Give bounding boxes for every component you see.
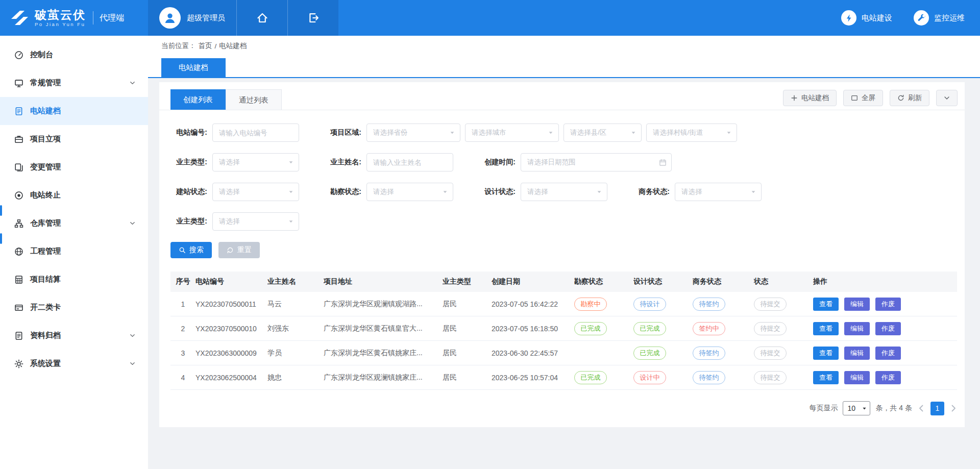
- chevron-down-icon: [129, 332, 136, 339]
- sidebar-item-general-management[interactable]: 常规管理: [0, 69, 148, 97]
- page-tab-station-filing[interactable]: 电站建档: [161, 58, 226, 77]
- city-select[interactable]: 请选择城市: [465, 124, 559, 142]
- status-badge: 勘察中: [574, 298, 607, 311]
- status-badge: 待签约: [693, 371, 725, 384]
- sidebar-item-console[interactable]: 控制台: [0, 41, 148, 69]
- sidebar-item-system-settings[interactable]: 系统设置: [0, 350, 148, 378]
- project-address: 广东深圳龙华区观澜镇姚家庄...: [324, 373, 443, 382]
- per-page-label: 每页显示: [809, 404, 838, 413]
- owner-type-label: 业主类型:: [170, 158, 212, 167]
- sidebar-item-station-termination[interactable]: 电站终止: [0, 181, 148, 209]
- view-button[interactable]: 查看: [813, 322, 839, 335]
- chevron-down-icon: [129, 80, 136, 86]
- create-date: 2023-07-05 16:18:50: [492, 325, 574, 333]
- status-badge: 待提交: [754, 371, 787, 384]
- file-icon: [14, 331, 23, 340]
- void-button[interactable]: 作废: [875, 347, 901, 360]
- monitor-icon: [14, 79, 23, 88]
- town-select[interactable]: 请选择村镇/街道: [646, 124, 737, 142]
- sidebar-item-project-settlement[interactable]: 项目结算: [0, 265, 148, 293]
- view-button[interactable]: 查看: [813, 298, 839, 311]
- submit-status: 待提交: [754, 347, 813, 360]
- owner-type-select[interactable]: 请选择: [212, 153, 299, 171]
- home-button[interactable]: [236, 0, 287, 36]
- create-date: 2023-06-25 10:57:04: [492, 374, 574, 382]
- breadcrumb-home-link[interactable]: 首页: [199, 41, 212, 51]
- submit-status: 待提交: [754, 371, 813, 384]
- region-label: 项目区域:: [325, 128, 366, 137]
- column-header: 业主姓名: [267, 277, 324, 286]
- sidebar-item-label: 控制台: [30, 50, 136, 60]
- survey-status-label: 勘察状态:: [325, 187, 366, 196]
- project-address: 广东深圳龙华区观澜镇观湖路...: [324, 300, 443, 309]
- station-code: YX2023063000009: [195, 349, 267, 357]
- logout-button[interactable]: [287, 0, 338, 36]
- tab-approved-list[interactable]: 通过列表: [226, 89, 282, 110]
- tab-create-list[interactable]: 创建列表: [170, 89, 226, 110]
- edit-button[interactable]: 编辑: [844, 371, 870, 384]
- caret-down-icon: [750, 189, 756, 195]
- topbar-action-monitor-ops[interactable]: 监控运维: [914, 10, 965, 26]
- panel-card: 创建列表 通过列表 电站建档 全屏 刷新 电站编号:: [159, 82, 965, 427]
- owner-type2-select[interactable]: 请选择: [212, 212, 299, 231]
- per-page-select[interactable]: 10: [843, 401, 870, 415]
- survey-status-select[interactable]: 请选择: [366, 183, 453, 201]
- business-status-label: 商务状态:: [633, 187, 675, 196]
- refresh-button[interactable]: 刷新: [890, 90, 929, 106]
- project-address: 广东深圳龙华区黄石镇皇官大...: [324, 324, 443, 333]
- search-button[interactable]: 搜索: [170, 242, 212, 258]
- add-station-button[interactable]: 电站建档: [783, 90, 837, 106]
- create-time-range-input[interactable]: 请选择日期范围: [521, 153, 672, 171]
- sidebar-item-label: 电站建档: [30, 106, 136, 116]
- view-button[interactable]: 查看: [813, 347, 839, 360]
- edit-button[interactable]: 编辑: [844, 322, 870, 335]
- owner-name-input[interactable]: [366, 153, 453, 171]
- lightning-icon: [841, 10, 856, 26]
- topbar: 破茧云伏 Po Jian Yun Fu 代理端 超级管理员 电站建设监控运维: [0, 0, 980, 36]
- sidebar-item-second-class-card[interactable]: 开二类卡: [0, 293, 148, 322]
- page-number-1[interactable]: 1: [930, 402, 944, 415]
- design-status: 待设计: [633, 298, 693, 311]
- design-status-select[interactable]: 请选择: [521, 183, 607, 201]
- sidebar-item-warehouse-management[interactable]: 仓库管理: [0, 209, 148, 237]
- sidebar-item-label: 电站终止: [30, 190, 136, 200]
- build-status-select[interactable]: 请选择: [212, 183, 299, 201]
- view-button[interactable]: 查看: [813, 371, 839, 384]
- sidebar-item-data-archive[interactable]: 资料归档: [0, 322, 148, 350]
- sidebar-item-project-initiation[interactable]: 项目立项: [0, 125, 148, 153]
- sidebar-item-engineering-management[interactable]: 工程管理: [0, 237, 148, 265]
- void-button[interactable]: 作废: [875, 371, 901, 384]
- prev-page-button[interactable]: [917, 404, 925, 412]
- status-badge: 待提交: [754, 322, 787, 335]
- calculator-icon: [14, 275, 23, 284]
- edit-button[interactable]: 编辑: [844, 298, 870, 311]
- station-code-label: 电站编号:: [170, 128, 212, 137]
- design-status: 设计中: [633, 371, 693, 384]
- business-status-select[interactable]: 请选择: [675, 183, 762, 201]
- create-date: 2023-07-05 16:42:22: [492, 300, 574, 308]
- main-area: 当前位置： 首页 / 电站建档 电站建档 创建列表 通过列表 电站建档 全屏: [148, 36, 980, 469]
- status-badge: 待签约: [693, 347, 725, 360]
- sidebar-item-change-management[interactable]: 变更管理: [0, 153, 148, 181]
- user-menu[interactable]: 超级管理员: [148, 0, 236, 36]
- row-index: 3: [170, 349, 195, 357]
- station-code-input[interactable]: [212, 124, 299, 142]
- fullscreen-button[interactable]: 全屏: [843, 90, 883, 106]
- void-button[interactable]: 作废: [875, 322, 901, 335]
- sidebar-scroll-indicator: [0, 205, 2, 216]
- table-row: 2YX2023070500010刘强东广东深圳龙华区黄石镇皇官大...居民202…: [170, 316, 957, 341]
- brand-title: 破茧云伏: [35, 9, 86, 21]
- county-select[interactable]: 请选择县/区: [564, 124, 642, 142]
- province-select[interactable]: 请选择省份: [366, 124, 460, 142]
- user-icon: [163, 11, 177, 24]
- fullscreen-icon: [851, 94, 858, 102]
- edit-button[interactable]: 编辑: [844, 347, 870, 360]
- sidebar-item-station-filing[interactable]: 电站建档: [0, 97, 148, 125]
- status-badge: 待签约: [693, 298, 725, 311]
- reset-button[interactable]: 重置: [218, 242, 260, 258]
- collapse-button[interactable]: [936, 90, 958, 106]
- void-button[interactable]: 作废: [875, 298, 901, 311]
- next-page-button[interactable]: [949, 404, 958, 412]
- station-code: YX2023070500011: [195, 300, 267, 308]
- topbar-action-station-build[interactable]: 电站建设: [841, 10, 892, 26]
